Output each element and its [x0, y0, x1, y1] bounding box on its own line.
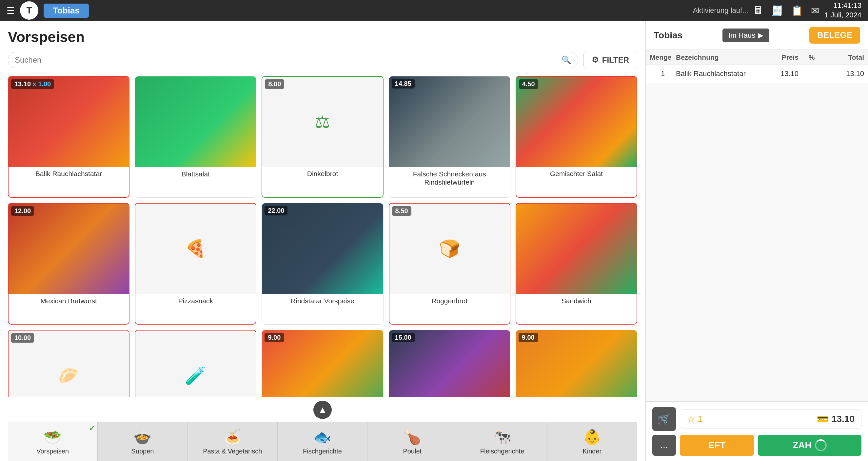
pay-spinner: [815, 439, 827, 451]
cat-label-kinder: Kinder: [583, 448, 601, 455]
cat-icon-pasta: 🍝: [223, 429, 242, 445]
food-image-mexican: [8, 204, 129, 294]
food-label-balik: Balik Rauchlachstatar: [8, 167, 129, 180]
filter-button[interactable]: ⚙ FILTER: [584, 52, 637, 68]
col-menge: Menge: [650, 54, 676, 61]
mail-icon[interactable]: ✉: [811, 5, 819, 17]
food-grid-area: Balik Rauchlachstatar 13.10 x 1.00 Blatt…: [8, 76, 637, 397]
food-card-wurstkase[interactable]: Wurst-Käsesalat 9.00: [516, 330, 637, 397]
food-label-pizzasnack: Pizzasnack: [135, 294, 256, 308]
order-table: Menge Bezeichnung Preis % Total 1 Balik …: [646, 50, 868, 83]
calculator-icon[interactable]: 🖩: [753, 5, 763, 16]
eft-button[interactable]: EFT: [680, 435, 754, 456]
main-layout: Vorspeisen 🔍 ⚙ FILTER Balik Rauchlachsta…: [0, 21, 868, 461]
food-placeholder-pizzasnack: 🍕: [135, 204, 256, 294]
search-icon: 🔍: [561, 55, 571, 65]
col-total: Total: [825, 54, 864, 61]
cart-icon: 🛒: [657, 413, 671, 425]
category-item-suppen[interactable]: 🍲 Suppen: [98, 422, 187, 461]
food-card-gemischt[interactable]: Gemischter Salat 4.50: [516, 76, 637, 198]
food-label-gemischt: Gemischter Salat: [516, 167, 637, 180]
filter-icon: ⚙: [592, 55, 599, 65]
food-card-roggenbrot[interactable]: 🍞 Roggenbrot 8.50: [389, 203, 510, 325]
food-card-pizzasnack[interactable]: 🍕 Pizzasnack: [135, 203, 256, 325]
price-badge-balik: 13.10 x 1.00: [11, 79, 54, 89]
cat-icon-poulet: 🍗: [403, 429, 421, 445]
food-card-mexican[interactable]: Mexican Bratwurst 12.00: [8, 203, 129, 325]
food-card-test[interactable]: 🧪 Test: [135, 330, 256, 397]
right-header: Tobias Im Haus ▶ BELEGE: [646, 21, 868, 50]
totals-qty: ☆ 1: [687, 414, 703, 425]
cat-label-poulet: Poulet: [403, 448, 422, 455]
food-card-sandwich[interactable]: Sandwich: [516, 203, 637, 325]
belege-button[interactable]: BELEGE: [809, 27, 860, 43]
price-badge-falsche: 14.85: [392, 79, 415, 89]
food-card-rindstatar[interactable]: Rindstatar Vorspeise 22.00: [261, 203, 383, 325]
activation-status: Aktivierung lauf...: [693, 6, 748, 15]
category-item-fleischgerichte[interactable]: 🐄 Fleischgerichte: [457, 422, 547, 461]
food-card-dinkelbrot[interactable]: ⚖ Dinkelbrot 8.00: [261, 76, 383, 198]
category-item-kinder[interactable]: 👶 Kinder: [548, 422, 637, 461]
document-icon[interactable]: 📋: [791, 5, 803, 17]
food-placeholder-dinkelbrot: ⚖: [262, 77, 382, 167]
food-card-tomatensalat[interactable]: Tomatensalat mit Bio B.Moz 9.00: [261, 330, 383, 397]
price-badge-wurstkase: 9.00: [519, 333, 538, 342]
table-row[interactable]: 1 Balik Rauchlachstatar 13.10 13.10: [646, 65, 868, 83]
category-item-pasta[interactable]: 🍝 Pasta & Vegetarisch: [188, 422, 278, 461]
category-item-poulet[interactable]: 🍗 Poulet: [368, 422, 457, 461]
food-card-weinberg[interactable]: Weinbergschnecken 15.00: [389, 330, 510, 397]
food-placeholder-roggenbrot: 🍞: [390, 204, 510, 294]
price-badge-roggenbrot: 8.50: [392, 206, 411, 216]
food-label-sandwich: Sandwich: [516, 294, 637, 308]
totals-amount: 💳 13.10: [817, 414, 855, 425]
totals-row: 🛒 ☆ 1 💳 13.10: [652, 407, 862, 431]
cart-button[interactable]: 🛒: [652, 407, 676, 431]
inhouse-button[interactable]: Im Haus ▶: [722, 29, 769, 42]
topbar: ☰ T Tobias Aktivierung lauf... 🖩 🧾 📋 ✉ 1…: [0, 0, 868, 21]
cat-icon-kinder: 👶: [583, 429, 601, 445]
food-image-sandwich: [516, 204, 637, 294]
page-title: Vorspeisen: [8, 29, 637, 45]
search-filter-row: 🔍 ⚙ FILTER: [8, 52, 637, 68]
food-image-blattsalat: [135, 76, 256, 167]
row-total: 13.10: [825, 69, 864, 78]
left-panel: Vorspeisen 🔍 ⚙ FILTER Balik Rauchlachsta…: [0, 21, 645, 461]
category-item-vorspeisen[interactable]: ✓ 🥗 Vorspeisen: [8, 422, 98, 461]
food-card-falsche[interactable]: Falsche Schnecken aus Rindsfiletwürfeln …: [389, 76, 510, 198]
search-box[interactable]: 🔍: [8, 52, 578, 68]
pay-button[interactable]: ZAH: [758, 435, 862, 456]
food-label-blattsalat: Blattsalat: [135, 167, 256, 181]
price-badge-tomatensalat: 9.00: [265, 333, 284, 342]
food-image-balik: [8, 77, 129, 167]
topbar-title: Tobias: [43, 4, 89, 18]
food-image-rindstatar: [262, 203, 383, 294]
food-image-gemischt: [516, 77, 637, 167]
receipt-icon[interactable]: 🧾: [771, 5, 783, 17]
cat-label-fleischgerichte: Fleischgerichte: [480, 448, 524, 455]
cat-label-vorspeisen: Vorspeisen: [36, 448, 69, 455]
price-badge-weinberg: 15.00: [392, 333, 415, 342]
food-label-dinkelbrot: Dinkelbrot: [262, 167, 382, 180]
more-options-button[interactable]: ...: [652, 435, 676, 456]
food-label-rindstatar: Rindstatar Vorspeise: [262, 294, 383, 308]
cat-label-fischgerichte: Fischgerichte: [303, 448, 342, 455]
scroll-up-button[interactable]: ▲: [313, 401, 332, 419]
price-badge-mexican: 12.00: [11, 206, 34, 216]
arrow-right-icon: ▶: [758, 31, 764, 40]
topbar-time: 11:41:13 1 Juli, 2024: [825, 1, 862, 20]
topbar-icons: 🖩 🧾 📋 ✉: [753, 5, 819, 17]
logo: T: [20, 1, 38, 20]
menu-icon[interactable]: ☰: [6, 5, 15, 16]
food-card-blattsalat[interactable]: Blattsalat: [135, 76, 256, 198]
food-card-teigtaschen[interactable]: 🥟 Teigtaschen 10.00: [8, 330, 129, 397]
right-panel: Tobias Im Haus ▶ BELEGE Menge Bezeichnun…: [645, 21, 868, 461]
category-item-fischgerichte[interactable]: 🐟 Fischgerichte: [278, 422, 368, 461]
food-card-balik[interactable]: Balik Rauchlachstatar 13.10 x 1.00: [8, 76, 129, 198]
price-badge-dinkelbrot: 8.00: [265, 79, 284, 89]
action-row: ... EFT ZAH: [652, 435, 862, 456]
search-input[interactable]: [15, 55, 558, 65]
row-bezeichnung: Balik Rauchlachstatar: [676, 69, 759, 78]
creditcard-icon: 💳: [817, 414, 828, 425]
col-bezeichnung: Bezeichnung: [676, 54, 759, 61]
order-table-header: Menge Bezeichnung Preis % Total: [646, 50, 868, 65]
